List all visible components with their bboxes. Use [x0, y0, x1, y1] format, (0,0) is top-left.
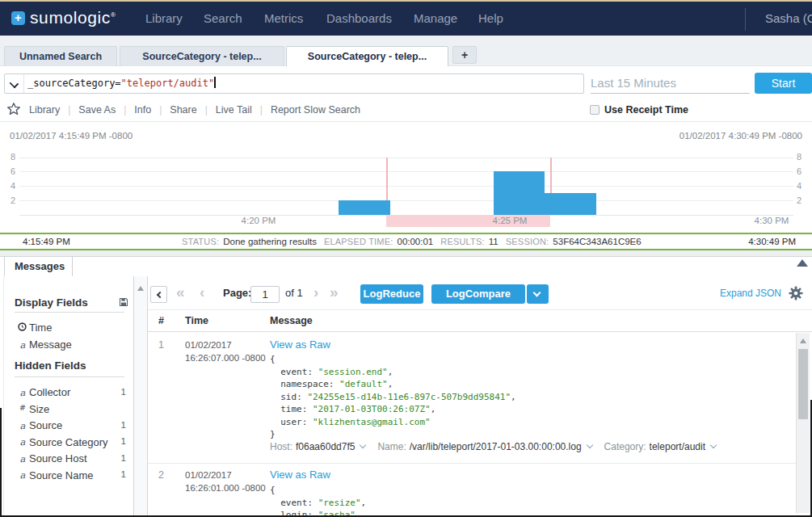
sumologic-logo-icon[interactable]: + [11, 11, 25, 25]
collapse-sidebar-button[interactable] [150, 286, 167, 303]
hidden-field-source[interactable]: Source [29, 419, 62, 431]
nav-item-manage[interactable]: Manage [414, 2, 457, 36]
view-as-raw-link[interactable]: View as Raw [270, 338, 330, 351]
tab-unnamed-search[interactable]: Unnamed Search [4, 46, 117, 67]
results-value: 11 [489, 237, 499, 246]
query-input-box[interactable]: _sourceCategory="teleport/audit" [4, 74, 584, 94]
query-text[interactable]: _sourceCategory="teleport/audit" [27, 74, 216, 93]
messages-panel: Messages Display Fields Time a Message H… [0, 256, 812, 515]
hidden-field-size[interactable]: Size [29, 403, 49, 415]
messages-scrollbar[interactable] [796, 333, 810, 513]
action-live-tail[interactable]: Live Tail [216, 104, 252, 116]
hidden-field-collector[interactable]: Collector [29, 386, 70, 398]
chevron-down-icon[interactable] [360, 442, 366, 448]
logcompare-dropdown-button[interactable] [527, 284, 549, 304]
category-label: Category: [604, 441, 646, 452]
scroll-up-icon[interactable] [137, 286, 144, 291]
nav-item-library[interactable]: Library [145, 2, 183, 36]
fields-sidebar: Display Fields Time a Message Hidden Fie… [3, 276, 133, 516]
logcompare-button[interactable]: LogCompare [431, 284, 525, 304]
first-page-button[interactable]: « [176, 276, 185, 310]
action-report-slow-search[interactable]: Report Slow Search [271, 104, 360, 116]
logreduce-button[interactable]: LogReduce [360, 284, 423, 304]
display-field-message[interactable]: Message [29, 338, 72, 351]
field-count: 1 [114, 453, 126, 463]
time-range-selector[interactable]: Last 15 Minutes [591, 73, 750, 94]
start-button[interactable]: Start [755, 73, 812, 94]
action-library[interactable]: Library [29, 104, 60, 116]
row-date: 01/02/2017 [185, 340, 232, 350]
column-header-message[interactable]: Message [270, 310, 313, 332]
action-save-as[interactable]: Save As [78, 104, 116, 116]
histogram-bar[interactable] [545, 193, 596, 215]
json-key: namespace [280, 379, 329, 389]
json-comma: , [388, 367, 393, 377]
json-key: event [280, 498, 307, 508]
results-histogram: 01/02/2017 4:15:49 PM -0800 01/02/2017 4… [0, 122, 812, 233]
column-header-num[interactable]: # [158, 310, 164, 332]
nav-item-help[interactable]: Help [478, 2, 503, 36]
prev-page-button[interactable]: ‹ [200, 276, 204, 310]
json-comma: , [388, 379, 393, 389]
name-value[interactable]: /var/lib/teleport/2017-01-03.00:00:00.lo… [410, 441, 582, 452]
row-time: 16:26:01.000 -0800 [185, 483, 266, 493]
histogram-bar[interactable] [494, 171, 545, 215]
use-receipt-time-checkbox[interactable] [590, 105, 600, 115]
chart-window-start-timestamp: 01/02/2017 4:15:49 PM -0800 [10, 131, 133, 141]
nav-item-metrics[interactable]: Metrics [264, 2, 303, 36]
registered-mark: ® [111, 11, 116, 19]
results-label: RESULTS: [440, 237, 485, 246]
nav-item-dashboards[interactable]: Dashboards [326, 2, 392, 36]
y-tick-left-6: 6 [0, 166, 15, 176]
messages-table-header: # Time Message [148, 310, 812, 332]
hidden-field-source-host[interactable]: Source Host [29, 452, 87, 464]
hidden-field-source-category[interactable]: Source Category [29, 436, 108, 448]
action-share[interactable]: Share [170, 104, 196, 116]
query-history-dropdown[interactable] [5, 74, 24, 93]
last-page-button[interactable]: » [330, 276, 339, 310]
histogram-bar[interactable] [339, 200, 390, 215]
y-tick-left-2: 2 [0, 195, 15, 205]
sidebar-scrollbar[interactable] [133, 276, 148, 516]
link-separator: | [205, 104, 208, 116]
status-value: Done gathering results [223, 237, 317, 246]
view-as-raw-link[interactable]: View as Raw [270, 469, 330, 481]
sumologic-search-app: + sumologic® Library Search Metrics Dash… [0, 0, 812, 517]
collapse-panel-icon[interactable] [797, 259, 808, 267]
next-page-button[interactable]: › [313, 276, 318, 310]
scrollbar-thumb[interactable] [798, 349, 808, 419]
row-separator [148, 463, 796, 464]
nav-item-search[interactable]: Search [204, 2, 242, 36]
tab-sourcecategory-2-active[interactable]: SourceCategory - telep... [286, 46, 448, 68]
json-comma: , [511, 392, 516, 402]
brand-wordmark[interactable]: sumologic® [30, 8, 116, 27]
save-fields-icon[interactable] [119, 297, 128, 307]
settings-gear-icon[interactable] [789, 286, 803, 301]
category-value[interactable]: teleport/audit [650, 441, 705, 452]
action-info[interactable]: Info [134, 104, 151, 116]
scroll-up-icon[interactable] [800, 338, 806, 343]
string-type-icon: a [18, 436, 27, 448]
y-tick-right-8: 8 [797, 152, 812, 162]
chevron-down-icon[interactable] [586, 442, 592, 448]
display-field-time[interactable]: Time [29, 322, 52, 334]
column-header-time[interactable]: Time [185, 310, 208, 332]
hidden-fields-rule [15, 376, 124, 377]
link-separator: | [159, 104, 162, 116]
json-value: "24255e15-d14b-11e6-897c-507b9dd95841" [307, 392, 511, 402]
page-number-input[interactable] [250, 286, 280, 303]
string-type-icon: a [18, 339, 27, 351]
user-menu[interactable]: Sasha (Gr [765, 2, 812, 36]
new-tab-button[interactable]: + [452, 46, 477, 64]
hidden-field-source-name[interactable]: Source Name [29, 469, 93, 481]
page-label: Page: [223, 276, 251, 310]
chevron-down-icon[interactable] [710, 442, 717, 448]
expand-json-link[interactable]: Expand JSON [720, 276, 781, 310]
host-value[interactable]: f06aa60dd7f5 [296, 441, 355, 452]
messages-main: « ‹ Page: of 1 › » LogReduce LogCompare … [148, 276, 812, 516]
tab-sourcecategory-1[interactable]: SourceCategory - telep... [120, 46, 284, 67]
messages-tab[interactable]: Messages [4, 256, 73, 276]
favorite-star-icon[interactable] [6, 102, 21, 116]
chevron-down-icon [10, 79, 19, 89]
gridline-4 [19, 186, 793, 187]
